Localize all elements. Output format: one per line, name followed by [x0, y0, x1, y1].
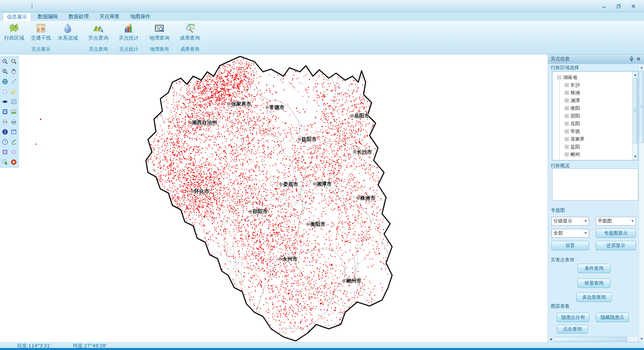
expand-icon[interactable] — [565, 130, 569, 133]
rectangle-button[interactable] — [1, 147, 9, 157]
tab-map-operation[interactable]: 地图操作 — [126, 12, 155, 21]
tab-data-process[interactable]: 数据处理 — [64, 12, 93, 21]
pan-button[interactable] — [9, 66, 18, 77]
select-button[interactable] — [1, 157, 9, 167]
expand-icon[interactable] — [565, 99, 569, 102]
all-select[interactable]: 全部 — [551, 229, 589, 238]
polygon-query-button[interactable]: 多边形查询 — [576, 293, 612, 302]
measure-button[interactable] — [9, 137, 18, 147]
help-button[interactable]: ? — [1, 137, 9, 147]
tree-scrollbar[interactable] — [632, 72, 638, 160]
tree-item[interactable]: 张家界 — [552, 135, 628, 143]
eraser-button[interactable] — [9, 87, 18, 97]
ribbon-separator — [174, 21, 175, 53]
ribbon-button[interactable]: 地理查询 — [146, 21, 173, 46]
tree-scroll-down-icon[interactable] — [633, 154, 637, 159]
tab-disaster-review[interactable]: 灾点审查 — [95, 12, 124, 21]
expand-icon[interactable] — [565, 91, 569, 95]
restore-icon — [616, 4, 621, 8]
overview-textarea[interactable] — [552, 168, 638, 201]
maximize-button[interactable] — [611, 2, 626, 10]
zoom-out-button[interactable] — [9, 56, 18, 66]
condition-query-button[interactable]: 条件查询 — [578, 264, 610, 273]
panel-v-scrollbar-thumb[interactable] — [639, 71, 644, 143]
pin-button[interactable] — [628, 57, 635, 61]
tree-item[interactable]: 岳阳 — [552, 120, 628, 128]
panel-v-scrollbar[interactable] — [639, 64, 644, 342]
panel-header: 灾点信息 — [548, 54, 644, 64]
expand-icon[interactable] — [565, 153, 569, 156]
tree-scrollbar-thumb[interactable] — [633, 78, 637, 143]
ribbon-button[interactable]: 行政区域 — [1, 21, 28, 46]
tree-item[interactable]: 郴州 — [552, 151, 628, 158]
print-icon — [2, 118, 8, 125]
tree-item[interactable]: 益阳 — [552, 143, 628, 151]
tree-item-label: 常德 — [571, 129, 580, 135]
tree-item[interactable]: 株洲 — [552, 89, 628, 97]
panel-close-button[interactable] — [635, 57, 642, 61]
minimize-button[interactable] — [596, 2, 611, 10]
print-button[interactable] — [1, 117, 9, 127]
tab-data-edit[interactable]: 数据编辑 — [34, 12, 62, 21]
expand-icon[interactable] — [565, 137, 569, 141]
info-button[interactable] — [1, 127, 9, 137]
tree-item[interactable]: 衡阳 — [552, 104, 628, 112]
zoom-in-button[interactable] — [1, 56, 9, 66]
expand-icon[interactable] — [565, 114, 569, 118]
restore-display-button[interactable]: 还原显示 — [596, 241, 636, 250]
tree-item[interactable]: 长沙 — [552, 81, 628, 89]
form-icon — [2, 108, 8, 115]
expand-icon[interactable] — [565, 122, 569, 126]
click-query-button[interactable]: 点击查询 — [557, 325, 588, 334]
panel-h-scrollbar-thumb[interactable] — [554, 337, 627, 341]
zoom-extent-button[interactable] — [1, 66, 9, 77]
delete-button[interactable] — [9, 157, 18, 167]
scroll-right-icon[interactable] — [549, 337, 553, 341]
settings-button[interactable]: 设置 — [551, 241, 589, 250]
delete-icon — [10, 159, 17, 165]
ribbon-button[interactable]: 交通干线 — [28, 21, 54, 46]
expand-icon[interactable] — [565, 106, 569, 110]
ribbon-separator — [205, 21, 205, 53]
collapse-icon[interactable] — [557, 76, 561, 79]
select-icon — [2, 159, 8, 165]
plan-view-select[interactable]: 平面图 — [596, 217, 636, 226]
table-button[interactable] — [9, 97, 18, 107]
panel-h-scrollbar[interactable] — [548, 336, 639, 342]
scroll-down-icon[interactable] — [639, 337, 644, 341]
hazard-distribution-button[interactable]: 隐患点分布 — [557, 313, 589, 322]
print-color-button[interactable] — [9, 117, 18, 127]
hide-hazard-button[interactable]: 隐藏隐患点 — [596, 313, 629, 322]
tree-scroll-up-icon[interactable] — [633, 72, 637, 77]
window-button[interactable] — [9, 127, 18, 137]
image-button[interactable] — [9, 107, 18, 117]
ribbon-button[interactable]: 成果查询 — [176, 21, 203, 46]
tree-item[interactable]: 湖南省 — [552, 73, 628, 81]
ribbon-button[interactable]: 灾点查询 — [85, 21, 112, 46]
ribbon-button[interactable]: 灾点统计 — [115, 21, 142, 46]
globe-button[interactable] — [1, 77, 9, 87]
ribbon-button[interactable]: 水系流域 — [54, 21, 81, 46]
thematic-show-button[interactable]: 专题图显示 — [596, 229, 636, 238]
expand-icon[interactable] — [565, 145, 569, 149]
ribbon-group: 行政区域交通干线水系流域灾点展示 — [0, 21, 82, 54]
polygon-button[interactable] — [1, 87, 9, 97]
tree-item[interactable]: 湘潭 — [552, 97, 628, 104]
region-tree[interactable]: 湖南省长沙株洲湘潭衡阳邵阳岳阳常德张家界益阳郴州 — [552, 71, 638, 160]
pin-icon — [630, 57, 634, 61]
ribbon-separator — [144, 21, 144, 53]
expand-icon[interactable] — [565, 83, 569, 87]
tree-item[interactable]: 邵阳 — [552, 112, 628, 120]
tree-item[interactable]: 常德 — [552, 128, 628, 135]
form-button[interactable] — [1, 107, 9, 117]
eye-button[interactable] — [1, 97, 9, 107]
ribbon-group: 成果查询成果查询 — [176, 21, 204, 54]
scroll-up-icon[interactable] — [639, 65, 644, 70]
map-canvas[interactable] — [0, 54, 548, 342]
close-button[interactable] — [626, 2, 641, 10]
line-button[interactable] — [9, 77, 18, 87]
ellipse-button[interactable] — [9, 147, 18, 157]
rectangle-query-button[interactable]: 矩形查询 — [578, 279, 610, 288]
grade-display-select[interactable]: 分级显示 — [551, 217, 589, 226]
tab-info-display[interactable]: 信息展示 — [3, 12, 31, 21]
